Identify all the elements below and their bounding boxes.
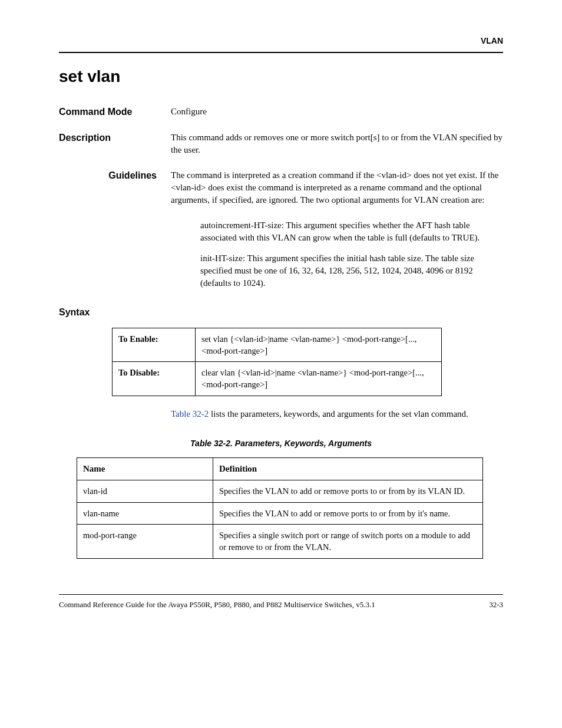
page-footer: Command Reference Guide for the Avaya P5… bbox=[59, 594, 503, 610]
table-row: To Enable: set vlan {<vlan-id>|name <vla… bbox=[113, 328, 442, 362]
table-row: vlan-id Specifies the VLAN to add or rem… bbox=[77, 480, 483, 502]
param-table: Name Definition vlan-id Specifies the VL… bbox=[77, 457, 483, 558]
table-link[interactable]: Table 32-2 bbox=[171, 409, 209, 419]
param-header-definition: Definition bbox=[213, 458, 483, 480]
syntax-enable-value: set vlan {<vlan-id>|name <vlan-name>} <m… bbox=[196, 328, 442, 362]
description-label: Description bbox=[59, 131, 171, 144]
param-header-name: Name bbox=[77, 458, 213, 480]
note-rest: lists the parameters, keywords, and argu… bbox=[209, 409, 468, 419]
footer-title: Command Reference Guide for the Avaya P5… bbox=[59, 599, 375, 610]
param-name: vlan-id bbox=[77, 480, 213, 502]
param-name: vlan-name bbox=[77, 502, 213, 524]
syntax-heading: Syntax bbox=[59, 306, 503, 319]
description-row: Description This command adds or removes… bbox=[59, 131, 503, 156]
table-row: vlan-name Specifies the VLAN to add or r… bbox=[77, 502, 483, 524]
syntax-disable-label: To Disable: bbox=[113, 362, 196, 396]
command-mode-label: Command Mode bbox=[59, 106, 171, 118]
syntax-enable-label: To Enable: bbox=[113, 328, 196, 362]
syntax-disable-value: clear vlan {<vlan-id>|name <vlan-name>} … bbox=[196, 362, 442, 396]
guidelines-row: Guidelines The command is interpreted as… bbox=[59, 169, 503, 206]
page-title: set vlan bbox=[59, 65, 503, 88]
param-def: Specifies a single switch port or range … bbox=[213, 524, 483, 558]
guidelines-autoincrement: autoincrement-HT-size: This argument spe… bbox=[200, 219, 503, 244]
guidelines-label: Guidelines bbox=[59, 169, 171, 182]
syntax-table: To Enable: set vlan {<vlan-id>|name <vla… bbox=[112, 328, 442, 396]
command-mode-value: Configure bbox=[171, 106, 503, 118]
guidelines-value: The command is interpreted as a creation… bbox=[171, 169, 503, 206]
guidelines-init-ht: init-HT-size: This argument specifies th… bbox=[200, 252, 503, 289]
param-def: Specifies the VLAN to add or remove port… bbox=[213, 502, 483, 524]
command-mode-row: Command Mode Configure bbox=[59, 106, 503, 118]
table-row: To Disable: clear vlan {<vlan-id>|name <… bbox=[113, 362, 442, 396]
table-row: mod-port-range Specifies a single switch… bbox=[77, 524, 483, 558]
header-rule bbox=[59, 52, 503, 53]
section-header: VLAN bbox=[59, 35, 503, 47]
table-reference-note: Table 32-2 lists the parameters, keyword… bbox=[171, 408, 503, 420]
param-name: mod-port-range bbox=[77, 524, 213, 558]
table-header-row: Name Definition bbox=[77, 458, 483, 480]
param-table-caption: Table 32-2. Parameters, Keywords, Argume… bbox=[59, 438, 503, 450]
description-value: This command adds or removes one or more… bbox=[171, 131, 503, 156]
param-def: Specifies the VLAN to add or remove port… bbox=[213, 480, 483, 502]
footer-page-number: 32-3 bbox=[489, 599, 503, 610]
